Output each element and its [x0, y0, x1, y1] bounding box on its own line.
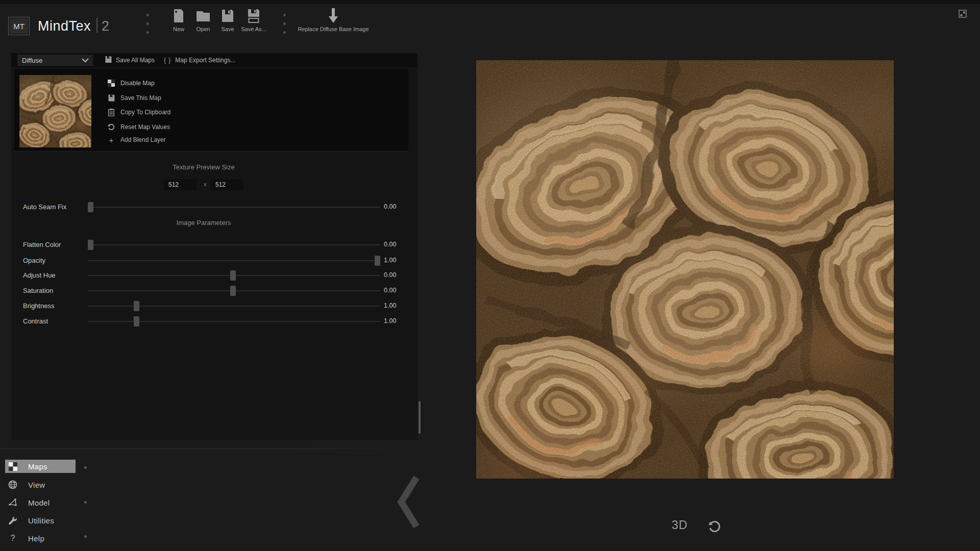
- texture-preview-size-heading: Texture Preview Size: [11, 163, 396, 171]
- model-mesh-icon: [8, 497, 18, 508]
- nav-tab-model[interactable]: Model: [5, 496, 76, 509]
- opacity-row: Opacity 1.00: [11, 254, 418, 267]
- save-as-button-label: Save As...: [241, 26, 266, 32]
- reset-map-values-button[interactable]: Reset Map Values: [107, 121, 170, 133]
- title-divider: [96, 18, 97, 33]
- diffuse-map-thumbnail[interactable]: [19, 75, 91, 147]
- new-button-label: New: [173, 26, 184, 32]
- reset-map-values-label: Reset Map Values: [120, 123, 170, 131]
- window-top-strip: [0, 0, 980, 4]
- replace-diffuse-base-image-button[interactable]: Replace Diffuse Base Image: [299, 7, 368, 37]
- map-export-settings-button[interactable]: { } Map Export Settings...: [164, 53, 235, 67]
- slider-thumb[interactable]: [134, 316, 139, 327]
- nav-help-label: Help: [28, 534, 44, 543]
- auto-seam-fix-slider[interactable]: [88, 207, 380, 208]
- restore-window-icon[interactable]: [958, 9, 968, 19]
- save-as-floppy-icon: [248, 7, 260, 24]
- nav-model-label: Model: [28, 498, 50, 507]
- adjust-hue-row: Adjust Hue 0.00: [11, 269, 418, 282]
- save-this-map-button[interactable]: Save This Map: [107, 92, 161, 104]
- opacity-label: Opacity: [23, 257, 45, 264]
- opacity-value: 1.00: [384, 257, 396, 264]
- size-separator: x: [201, 181, 209, 187]
- copy-to-clipboard-label: Copy To Clipboard: [120, 109, 171, 116]
- save-all-maps-button[interactable]: Save All Maps: [105, 53, 155, 67]
- new-document-icon: [173, 7, 185, 24]
- panel-bottom-divider: [0, 448, 413, 449]
- auto-seam-fix-value: 0.00: [384, 203, 396, 210]
- floppy-icon: [107, 94, 115, 102]
- down-arrow-icon: [327, 7, 340, 24]
- opacity-slider[interactable]: [88, 260, 380, 261]
- braces-icon: { }: [164, 57, 171, 64]
- maps-checkerboard-icon: [8, 461, 18, 471]
- disable-map-label: Disable Map: [120, 80, 155, 87]
- slider-thumb[interactable]: [230, 270, 236, 281]
- image-parameters-heading: Image Parameters: [11, 219, 396, 227]
- nav-maps-label: Maps: [28, 462, 47, 471]
- nav-tab-utilities[interactable]: Utilities: [5, 514, 76, 527]
- app-title: MindTex: [38, 18, 91, 34]
- collapse-panel-chevron[interactable]: [393, 473, 423, 531]
- panel-scrollbar[interactable]: [419, 401, 421, 434]
- adjust-hue-slider[interactable]: [88, 275, 380, 276]
- contrast-label: Contrast: [23, 317, 48, 325]
- preview-height-input[interactable]: [211, 179, 243, 190]
- texture-preview[interactable]: [476, 60, 894, 479]
- save-as-button[interactable]: Save As...: [239, 7, 268, 37]
- chevron-down-icon: [82, 58, 89, 63]
- toggle-3d-button[interactable]: 3D: [672, 518, 688, 532]
- checkerboard-icon: [107, 79, 115, 87]
- brightness-slider[interactable]: [88, 306, 380, 307]
- nav-tab-view[interactable]: View: [5, 478, 76, 491]
- map-type-dropdown-value: Diffuse: [17, 57, 82, 64]
- save-button[interactable]: Save: [217, 7, 238, 37]
- flatten-color-value: 0.00: [384, 241, 396, 248]
- nav-tab-help[interactable]: ? Help: [5, 532, 76, 545]
- contrast-slider[interactable]: [88, 321, 380, 322]
- brightness-value: 1.00: [384, 302, 396, 309]
- auto-seam-fix-label: Auto Seam Fix: [23, 203, 66, 211]
- floppy-icon: [105, 56, 112, 65]
- saturation-slider[interactable]: [88, 290, 380, 291]
- brightness-row: Brightness 1.00: [11, 299, 418, 313]
- map-options-box: Disable Map Save This Map Copy To Clipbo…: [14, 69, 408, 152]
- preview-width-input[interactable]: [164, 179, 197, 190]
- saturation-row: Saturation 0.00: [11, 284, 418, 297]
- app-logo: MT: [8, 17, 30, 35]
- app-window: MT MindTex 2 New Open Save Save As... Re…: [0, 0, 980, 551]
- slider-thumb[interactable]: [230, 286, 236, 296]
- add-blend-layer-button[interactable]: + Add Blend Layer: [107, 134, 166, 146]
- globe-icon: [8, 480, 18, 490]
- clipboard-icon: [107, 108, 115, 116]
- saturation-value: 0.00: [384, 287, 396, 294]
- map-type-dropdown[interactable]: Diffuse: [17, 55, 93, 66]
- disable-map-button[interactable]: Disable Map: [107, 77, 155, 89]
- slider-thumb[interactable]: [134, 301, 139, 311]
- adjust-hue-label: Adjust Hue: [23, 271, 56, 279]
- new-button[interactable]: New: [168, 7, 189, 37]
- toolbar-separator-dots: [283, 14, 286, 40]
- flatten-color-slider[interactable]: [88, 244, 380, 245]
- diffuse-map-panel: Diffuse Save All Maps { } Map Export Set…: [11, 53, 418, 440]
- nav-tab-maps[interactable]: Maps: [5, 460, 76, 473]
- wrench-icon: [8, 515, 18, 525]
- auto-seam-fix-row: Auto Seam Fix 0.00: [11, 201, 418, 214]
- reset-icon: [107, 123, 115, 131]
- map-panel-header: Diffuse Save All Maps { } Map Export Set…: [11, 53, 418, 67]
- slider-thumb[interactable]: [88, 240, 93, 250]
- rotate-icon[interactable]: [707, 520, 721, 533]
- slider-thumb[interactable]: [88, 202, 93, 212]
- nav-separator-dot: [84, 535, 87, 538]
- copy-to-clipboard-button[interactable]: Copy To Clipboard: [107, 106, 171, 118]
- flatten-color-row: Flatten Color 0.00: [11, 238, 418, 252]
- save-floppy-icon: [222, 7, 234, 24]
- slider-thumb[interactable]: [375, 256, 380, 266]
- open-button[interactable]: Open: [192, 7, 214, 37]
- open-button-label: Open: [197, 26, 210, 32]
- map-export-settings-label: Map Export Settings...: [175, 57, 235, 64]
- replace-diffuse-label: Replace Diffuse Base Image: [298, 26, 369, 32]
- save-all-maps-label: Save All Maps: [116, 57, 155, 64]
- adjust-hue-value: 0.00: [384, 271, 396, 279]
- app-version: 2: [102, 18, 109, 34]
